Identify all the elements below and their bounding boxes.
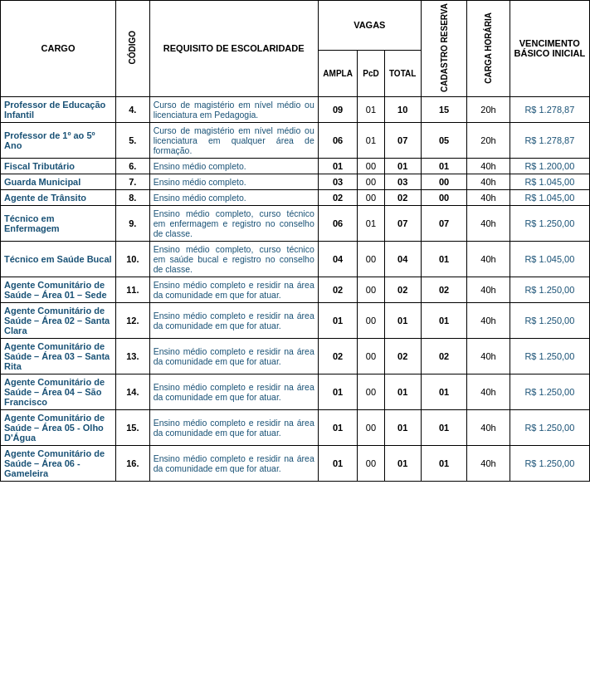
- header-codigo: CÓDIGO: [116, 1, 150, 97]
- cell-cadastro: 05: [421, 122, 467, 158]
- cell-vencimento: R$ 1.045,00: [510, 174, 589, 189]
- cell-codigo: 13.: [116, 338, 150, 374]
- cell-total: 10: [384, 96, 421, 122]
- header-pcd: PcD: [358, 50, 384, 96]
- cell-pcd: 01: [358, 122, 384, 158]
- cell-total: 01: [384, 409, 421, 445]
- table-row: Agente de Trânsito 8. Ensino médio compl…: [1, 189, 590, 205]
- cell-total: 04: [384, 241, 421, 277]
- cell-cadastro: 07: [421, 205, 467, 241]
- cell-cargo: Agente Comunitário de Saúde – Área 04 – …: [1, 374, 116, 409]
- header-cadastro: CADASTRO RESERVA: [421, 1, 467, 97]
- cell-cargo: Agente de Trânsito: [1, 189, 116, 205]
- cell-vencimento: R$ 1.250,00: [510, 205, 589, 241]
- cell-cargo: Professor de 1º ao 5º Ano: [1, 122, 116, 158]
- header-vencimento: VENCIMENTO BÁSICO INICIAL: [510, 1, 589, 97]
- cell-carga: 40h: [467, 174, 510, 189]
- cell-cadastro: 01: [421, 445, 467, 481]
- cell-cargo: Técnico em Enfermagem: [1, 205, 116, 241]
- cell-codigo: 5.: [116, 122, 150, 158]
- cell-carga: 40h: [467, 205, 510, 241]
- cell-ampla: 02: [318, 338, 358, 374]
- cell-pcd: 00: [358, 338, 384, 374]
- cell-vencimento: R$ 1.278,87: [510, 122, 589, 158]
- cell-cargo: Agente Comunitário de Saúde – Área 06 - …: [1, 445, 116, 481]
- cell-carga: 40h: [467, 409, 510, 445]
- cell-codigo: 9.: [116, 205, 150, 241]
- main-table: CARGO CÓDIGO REQUISITO DE ESCOLARIDADE V…: [0, 0, 590, 482]
- cell-requisito: Ensino médio completo e residir na área …: [149, 445, 318, 481]
- cell-cadastro: 02: [421, 338, 467, 374]
- cell-requisito: Curso de magistério em nível médio ou li…: [149, 96, 318, 122]
- cell-codigo: 14.: [116, 374, 150, 409]
- cell-ampla: 01: [318, 409, 358, 445]
- table-row: Agente Comunitário de Saúde – Área 02 – …: [1, 302, 590, 338]
- header-total: TOTAL: [384, 50, 421, 96]
- cell-total: 01: [384, 445, 421, 481]
- cell-carga: 40h: [467, 158, 510, 174]
- cell-total: 01: [384, 374, 421, 409]
- header-carga: CARGA HORÁRIA: [467, 1, 510, 97]
- table-row: Agente Comunitário de Saúde – Área 01 – …: [1, 277, 590, 302]
- cell-codigo: 7.: [116, 174, 150, 189]
- cell-cargo: Agente Comunitário de Saúde – Área 02 – …: [1, 302, 116, 338]
- header-cargo: CARGO: [1, 1, 116, 97]
- cell-codigo: 8.: [116, 189, 150, 205]
- cell-total: 01: [384, 158, 421, 174]
- cell-requisito: Ensino médio completo, curso técnico em …: [149, 241, 318, 277]
- cell-requisito: Curso de magistério em nível médio ou li…: [149, 122, 318, 158]
- cell-cargo: Técnico em Saúde Bucal: [1, 241, 116, 277]
- cell-vencimento: R$ 1.250,00: [510, 277, 589, 302]
- cell-vencimento: R$ 1.250,00: [510, 338, 589, 374]
- cell-pcd: 00: [358, 277, 384, 302]
- cell-pcd: 00: [358, 241, 384, 277]
- cell-codigo: 4.: [116, 96, 150, 122]
- cell-total: 03: [384, 174, 421, 189]
- cell-requisito: Ensino médio completo.: [149, 158, 318, 174]
- cell-cargo: Guarda Municipal: [1, 174, 116, 189]
- cell-cargo: Agente Comunitário de Saúde – Área 05 - …: [1, 409, 116, 445]
- cell-total: 07: [384, 205, 421, 241]
- table-row: Professor de 1º ao 5º Ano 5. Curso de ma…: [1, 122, 590, 158]
- cell-carga: 40h: [467, 189, 510, 205]
- cell-ampla: 04: [318, 241, 358, 277]
- cell-codigo: 6.: [116, 158, 150, 174]
- cell-pcd: 00: [358, 174, 384, 189]
- cell-carga: 20h: [467, 96, 510, 122]
- cell-requisito: Ensino médio completo e residir na área …: [149, 338, 318, 374]
- cell-carga: 40h: [467, 241, 510, 277]
- table-row: Agente Comunitário de Saúde – Área 05 - …: [1, 409, 590, 445]
- cell-ampla: 02: [318, 189, 358, 205]
- cell-pcd: 00: [358, 189, 384, 205]
- cell-ampla: 01: [318, 158, 358, 174]
- cell-total: 02: [384, 277, 421, 302]
- cell-codigo: 10.: [116, 241, 150, 277]
- cell-requisito: Ensino médio completo e residir na área …: [149, 374, 318, 409]
- cell-carga: 40h: [467, 374, 510, 409]
- cell-requisito: Ensino médio completo.: [149, 174, 318, 189]
- cell-ampla: 01: [318, 374, 358, 409]
- cell-codigo: 11.: [116, 277, 150, 302]
- cell-pcd: 00: [358, 302, 384, 338]
- cell-requisito: Ensino médio completo e residir na área …: [149, 409, 318, 445]
- cell-cadastro: 02: [421, 277, 467, 302]
- cell-carga: 40h: [467, 445, 510, 481]
- table-row: Agente Comunitário de Saúde – Área 06 - …: [1, 445, 590, 481]
- cell-vencimento: R$ 1.250,00: [510, 409, 589, 445]
- cell-cadastro: 00: [421, 174, 467, 189]
- cell-vencimento: R$ 1.045,00: [510, 241, 589, 277]
- cell-cadastro: 01: [421, 241, 467, 277]
- cell-cadastro: 00: [421, 189, 467, 205]
- table-row: Fiscal Tributário 6. Ensino médio comple…: [1, 158, 590, 174]
- cell-requisito: Ensino médio completo.: [149, 189, 318, 205]
- cell-vencimento: R$ 1.200,00: [510, 158, 589, 174]
- cell-cadastro: 01: [421, 158, 467, 174]
- cell-vencimento: R$ 1.278,87: [510, 96, 589, 122]
- cell-ampla: 09: [318, 96, 358, 122]
- cell-vencimento: R$ 1.045,00: [510, 189, 589, 205]
- cell-ampla: 02: [318, 277, 358, 302]
- cell-pcd: 01: [358, 205, 384, 241]
- cell-cadastro: 01: [421, 302, 467, 338]
- cell-codigo: 15.: [116, 409, 150, 445]
- cell-vencimento: R$ 1.250,00: [510, 374, 589, 409]
